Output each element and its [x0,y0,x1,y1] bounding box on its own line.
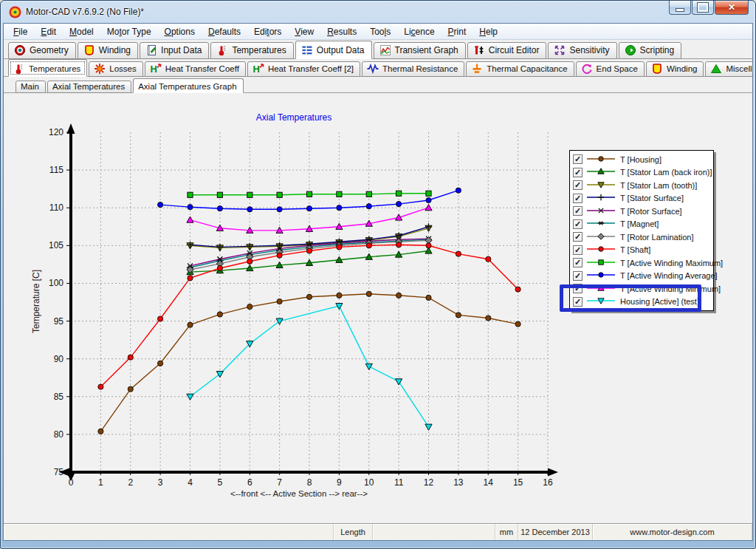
tab-thermal-capacitance[interactable]: Thermal Capacitance [466,61,574,77]
legend-checkbox[interactable]: ✓ [573,258,583,267]
tab-temperatures[interactable]: Temperatures [210,42,293,59]
legend-label: T [Active Winding Maximum] [620,259,723,267]
legend-line-sample [586,191,616,205]
menu-help[interactable]: Help [472,25,504,38]
menu-defaults[interactable]: Defaults [202,25,247,38]
thermal-resistance-icon [367,63,379,75]
tab-end-space[interactable]: End Space [576,61,645,77]
legend-item-t-stator-lam-back-iron[interactable]: ✓T [Stator Lam (back iron)] [570,166,713,180]
x-axis-label: <--front <-- Active Section --> rear--> [230,489,368,498]
tab-input-data[interactable]: Input Data [140,42,209,59]
legend-item-t-rotor-lamination[interactable]: ✓T [Rotor Lamination] [570,231,713,244]
tab-circuit-editor[interactable]: Circuit Editor [467,42,547,59]
menu-motor-type[interactable]: Motor Type [100,25,158,38]
tab-label: Geometry [30,45,69,55]
menu-file[interactable]: File [7,25,34,38]
tab-label: Circuit Editor [489,45,540,55]
winding-icon [651,63,663,75]
legend-checkbox[interactable]: ✓ [573,232,583,242]
tab-heat-transfer-coeff-2[interactable]: HHeat Transfer Coeff [2] [247,61,360,77]
legend-label: T [Active Winding Minimum] [620,284,721,293]
titlebar: Motor-CAD v7.6.9.2 (No File)* ✕ [3,1,753,23]
legend-item-housing-active-test[interactable]: ✓Housing [Active] (test) [570,296,713,309]
tab-temperatures[interactable]: Temperatures [8,59,87,77]
output-data-icon [301,44,313,56]
minimize-icon [676,8,684,12]
legend-item-t-housing[interactable]: ✓T [Housing] [570,153,713,166]
legend-label: T [Stator Lam (tooth)] [620,181,697,190]
thermal-capacitance-icon [471,63,483,75]
miscellaneous-icon [710,63,722,75]
motorcad-app-icon [9,6,21,18]
tab-label: Thermal Capacitance [487,64,567,73]
tab-miscellaneous[interactable]: Miscellaneous [705,61,753,77]
menu-print[interactable]: Print [441,25,473,38]
legend-label: T [Housing] [620,155,662,164]
status-panel-length: Length [334,524,373,540]
legend-checkbox[interactable]: ✓ [573,206,583,216]
tab-output-data[interactable]: Output Data [295,41,372,59]
menu-licence[interactable]: Licence [397,25,441,38]
legend-checkbox[interactable]: ✓ [573,168,583,177]
menu-options[interactable]: Options [158,25,202,38]
legend-checkbox[interactable]: ✓ [573,245,583,255]
menu-view[interactable]: View [288,25,320,38]
legend-item-t-active-winding-maximum[interactable]: ✓T [Active Winding Maximum] [570,256,713,270]
legend-item-t-active-winding-minimum[interactable]: ✓T [Active Winding Minimum] [570,282,713,296]
menu-model[interactable]: Model [63,25,100,38]
tab-winding[interactable]: Winding [646,61,704,77]
status-panel-0 [4,524,334,540]
tab-scripting[interactable]: Scripting [619,42,682,59]
svg-text:120: 120 [49,127,63,137]
tab-thermal-resistance[interactable]: Thermal Resistance [362,61,464,77]
svg-text:10: 10 [364,477,374,488]
tab-transient-graph[interactable]: Transient Graph [374,42,466,59]
status-panel-mm: mm [495,524,518,540]
tab-geometry[interactable]: Geometry [8,42,76,59]
tab-sensitivity[interactable]: Sensitivity [548,42,616,59]
menu-results[interactable]: Results [320,25,363,38]
tab-axial-temperatures-graph[interactable]: Axial Temperatures Graph [133,78,243,93]
legend-checkbox[interactable]: ✓ [573,180,583,190]
svg-text:14: 14 [484,477,494,488]
legend-checkbox[interactable]: ✓ [573,271,583,281]
tab-main[interactable]: Main [16,81,46,93]
tab-label: Transient Graph [395,45,458,55]
svg-text:H: H [252,64,259,75]
legend-line-sample [586,217,616,231]
tab-label: Input Data [161,45,202,55]
tab-label: Axial Temperatures Graph [138,82,236,91]
menu-tools[interactable]: Tools [363,25,397,38]
legend-item-t-magnet[interactable]: ✓T [Magnet] [570,218,713,231]
legend-item-t-rotor-surface[interactable]: ✓T [Rotor Surface] [570,205,713,218]
legend-checkbox[interactable]: ✓ [573,219,583,229]
svg-text:75: 75 [54,467,64,477]
tab-losses[interactable]: Losses [89,61,142,77]
legend-item-t-stator-lam-tooth[interactable]: ✓T [Stator Lam (tooth)] [570,179,713,192]
status-panel-www-motor-design-com: www.motor-design.com [593,524,752,540]
legend-checkbox[interactable]: ✓ [573,297,583,307]
tab-label: Heat Transfer Coeff [2] [268,64,354,73]
legend-checkbox[interactable]: ✓ [573,284,583,293]
minimize-button[interactable] [669,1,691,15]
heat-transfer-icon: H [252,63,264,75]
legend-item-t-active-winding-average[interactable]: ✓T [Active Winding Average] [570,270,713,283]
legend-checkbox[interactable]: ✓ [573,154,583,164]
close-button[interactable]: ✕ [715,1,749,15]
svg-text:105: 105 [49,240,63,250]
sensitivity-icon [554,44,566,56]
tab-winding[interactable]: Winding [78,42,138,59]
legend-item-t-shaft[interactable]: ✓T [Shaft] [570,244,713,257]
menu-bar: FileEditModelMotor TypeOptionsDefaultsEd… [4,24,752,40]
legend-line-sample [586,166,616,179]
menu-edit[interactable]: Edit [34,25,63,38]
menu-editors[interactable]: Editors [247,25,288,38]
legend-label: T [Active Winding Average] [620,271,718,280]
maximize-button[interactable] [692,1,714,15]
tab-axial-temperatures[interactable]: Axial Temperatures [47,81,131,93]
legend-checkbox[interactable]: ✓ [573,194,583,203]
tab-heat-transfer-coeff[interactable]: HHeat Transfer Coeff [145,61,246,77]
legend-item-t-stator-surface[interactable]: ✓T [Stator Surface] [570,192,713,205]
tab-label: Losses [109,64,136,73]
status-bar: Lengthmm12 December 2013www.motor-design… [4,523,752,540]
